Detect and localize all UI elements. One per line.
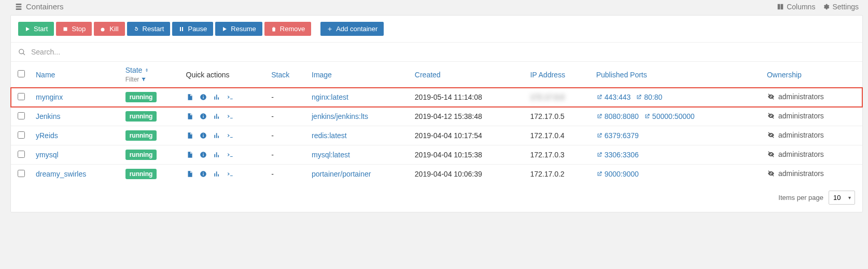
logs-icon[interactable] xyxy=(186,151,193,158)
stop-button[interactable]: Stop xyxy=(56,22,92,36)
svg-rect-6 xyxy=(203,116,203,118)
svg-rect-4 xyxy=(203,96,203,96)
start-button[interactable]: Start xyxy=(18,22,54,36)
stack-cell: - xyxy=(267,126,307,145)
port-link[interactable]: 8080:8080 xyxy=(596,112,639,120)
ports-cell: 8080:8080 50000:50000 xyxy=(592,107,763,126)
port-link[interactable]: 443:443 xyxy=(596,93,631,101)
console-icon[interactable] xyxy=(227,170,234,178)
containers-table: Name State Filter Quick actions Stack Im… xyxy=(11,62,862,183)
items-per-page-label: Items per page xyxy=(778,194,823,201)
port-link[interactable]: 80:80 xyxy=(636,93,662,101)
search-input[interactable] xyxy=(31,48,855,56)
container-name-link[interactable]: ymysql xyxy=(36,151,59,159)
stats-icon[interactable] xyxy=(213,151,220,158)
created-cell: 2019-05-14 11:14:08 xyxy=(411,88,526,107)
console-icon[interactable] xyxy=(227,113,234,120)
console-icon[interactable] xyxy=(227,93,234,101)
table-row: mynginxrunning-nginx:latest2019-05-14 11… xyxy=(11,88,862,107)
ports-cell: 443:443 80:80 xyxy=(592,88,763,107)
table-row: dreamy_swirlesrunning-portainer/portaine… xyxy=(11,165,862,184)
header-image[interactable]: Image xyxy=(307,62,411,88)
columns-link[interactable]: Columns xyxy=(777,3,815,11)
panel-title: Containers xyxy=(15,2,64,11)
state-badge: running xyxy=(125,111,157,122)
container-name-link[interactable]: dreamy_swirles xyxy=(36,170,86,178)
kill-button[interactable]: Kill xyxy=(94,22,124,36)
console-icon[interactable] xyxy=(227,151,234,158)
header-ip[interactable]: IP Address xyxy=(526,62,592,88)
inspect-icon[interactable] xyxy=(200,113,207,120)
logs-icon[interactable] xyxy=(186,113,193,120)
state-filter[interactable]: Filter xyxy=(125,76,178,83)
row-checkbox[interactable] xyxy=(18,112,25,119)
header-quick: Quick actions xyxy=(182,62,268,88)
row-checkbox[interactable] xyxy=(18,131,25,139)
restart-button[interactable]: Restart xyxy=(127,22,171,36)
select-all-checkbox[interactable] xyxy=(18,70,25,77)
gear-icon xyxy=(822,3,830,10)
pause-button[interactable]: Pause xyxy=(172,22,213,36)
container-name-link[interactable]: mynginx xyxy=(36,93,63,101)
header-ownership[interactable]: Ownership xyxy=(763,62,862,88)
created-cell: 2019-04-04 10:06:39 xyxy=(411,165,526,184)
ip-cell: 172.17.0.0 xyxy=(526,88,592,107)
logs-icon[interactable] xyxy=(186,93,193,101)
created-cell: 2019-04-12 15:38:48 xyxy=(411,107,526,126)
header-created[interactable]: Created xyxy=(411,62,526,88)
container-name-link[interactable]: Jenkins xyxy=(36,112,60,120)
inspect-icon[interactable] xyxy=(200,151,207,158)
settings-link[interactable]: Settings xyxy=(822,3,859,11)
stats-icon[interactable] xyxy=(213,170,220,178)
image-link[interactable]: jenkins/jenkins:lts xyxy=(312,112,368,120)
stats-icon[interactable] xyxy=(213,113,220,120)
ownership-cell: administrators xyxy=(767,92,824,101)
port-link[interactable]: 50000:50000 xyxy=(644,112,695,120)
port-link[interactable]: 9000:9000 xyxy=(596,170,639,178)
logs-icon[interactable] xyxy=(186,132,193,139)
row-checkbox[interactable] xyxy=(18,93,25,100)
resume-button[interactable]: Resume xyxy=(215,22,262,36)
container-name-link[interactable]: yReids xyxy=(36,131,58,140)
inspect-icon[interactable] xyxy=(200,170,207,178)
stack-cell: - xyxy=(267,165,307,184)
table-row: ymysqlrunning-mysql:latest2019-04-04 10:… xyxy=(11,145,862,165)
header-name[interactable]: Name xyxy=(32,62,121,88)
console-icon[interactable] xyxy=(227,132,234,139)
state-badge: running xyxy=(125,169,157,179)
items-per-page-select[interactable]: 10 xyxy=(829,191,855,205)
image-link[interactable]: mysql:latest xyxy=(312,151,350,159)
columns-icon xyxy=(777,3,784,10)
stats-icon[interactable] xyxy=(213,93,220,101)
port-link[interactable]: 6379:6379 xyxy=(596,131,639,140)
image-link[interactable]: portainer/portainer xyxy=(312,170,371,178)
row-checkbox[interactable] xyxy=(18,151,25,158)
svg-rect-3 xyxy=(203,97,203,99)
svg-rect-15 xyxy=(203,173,203,176)
bomb-icon xyxy=(100,26,106,32)
row-checkbox[interactable] xyxy=(18,170,25,177)
header-stack[interactable]: Stack xyxy=(267,62,307,88)
logs-icon[interactable] xyxy=(186,170,193,178)
action-toolbar: Start Stop Kill Restart Pause Resume xyxy=(11,16,862,43)
svg-rect-0 xyxy=(64,27,67,31)
remove-button[interactable]: Remove xyxy=(264,22,311,36)
image-link[interactable]: redis:latest xyxy=(312,131,347,140)
header-state[interactable]: State Filter xyxy=(121,62,182,88)
svg-rect-10 xyxy=(203,134,203,134)
search-icon xyxy=(18,48,26,56)
created-cell: 2019-04-04 10:17:54 xyxy=(411,126,526,145)
port-link[interactable]: 3306:3306 xyxy=(596,151,639,159)
inspect-icon[interactable] xyxy=(200,93,207,101)
add-container-button[interactable]: Add container xyxy=(320,22,384,36)
plus-icon xyxy=(327,26,333,32)
header-ports[interactable]: Published Ports xyxy=(592,62,763,88)
svg-rect-7 xyxy=(203,115,203,115)
stats-icon[interactable] xyxy=(213,132,220,139)
svg-rect-9 xyxy=(203,135,203,137)
stack-cell: - xyxy=(267,145,307,165)
stack-cell: - xyxy=(267,88,307,107)
inspect-icon[interactable] xyxy=(200,132,207,139)
table-row: yReidsrunning-redis:latest2019-04-04 10:… xyxy=(11,126,862,145)
image-link[interactable]: nginx:latest xyxy=(312,93,348,101)
